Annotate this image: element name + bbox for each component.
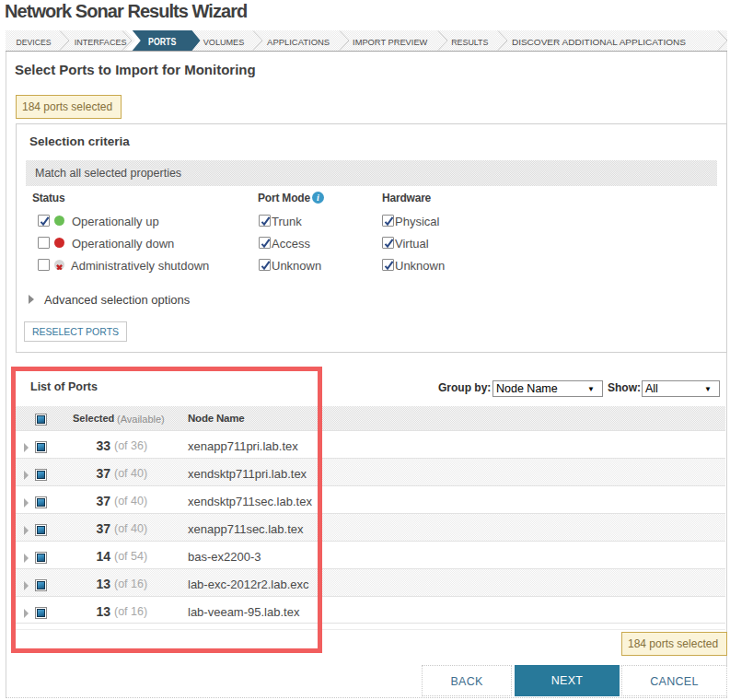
svg-text:RESULTS: RESULTS	[451, 37, 488, 47]
svg-text:DEVICES: DEVICES	[17, 37, 52, 47]
svg-text:VOLUMES: VOLUMES	[203, 37, 244, 47]
svg-text:IMPORT PREVIEW: IMPORT PREVIEW	[353, 37, 427, 47]
svg-text:DISCOVER ADDITIONAL APPLICATIO: DISCOVER ADDITIONAL APPLICATIONS	[512, 37, 686, 47]
svg-text:APPLICATIONS: APPLICATIONS	[267, 37, 330, 47]
svg-text:PORTS: PORTS	[148, 37, 177, 47]
svg-text:INTERFACES: INTERFACES	[75, 37, 127, 47]
